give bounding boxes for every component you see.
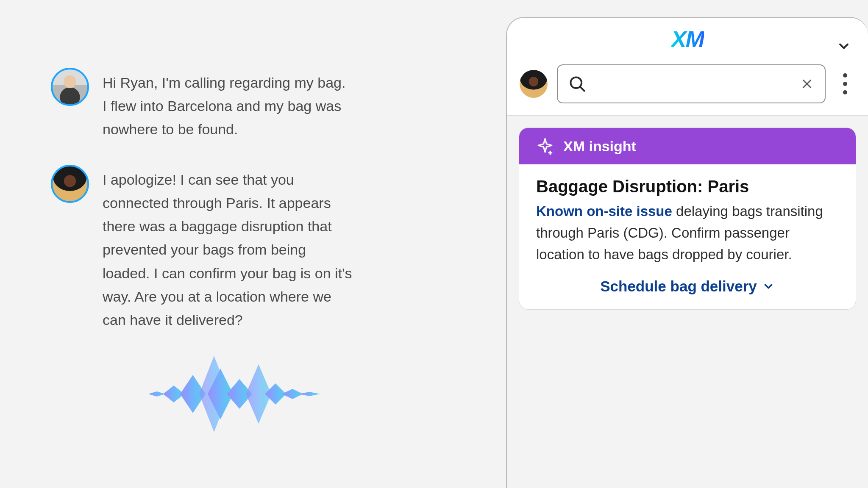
insight-card-header: XM insight <box>519 128 856 164</box>
panel-collapse-button[interactable] <box>834 36 854 56</box>
insight-header-label: XM insight <box>563 138 636 155</box>
clear-search-button[interactable] <box>798 75 815 92</box>
call-transcript: Hi Ryan, I'm calling regarding my bag. I… <box>51 68 373 355</box>
insight-description: Known on-site issue delaying bags transi… <box>536 200 839 265</box>
search-input[interactable] <box>557 64 826 103</box>
search-field-wrap <box>557 64 826 103</box>
schedule-delivery-button[interactable]: Schedule bag delivery <box>536 278 839 295</box>
chevron-down-icon <box>762 280 775 293</box>
kebab-dot <box>843 82 847 86</box>
xm-logo: XM <box>671 26 704 52</box>
agent-avatar-small[interactable] <box>520 70 548 98</box>
panel-body: XM insight Baggage Disruption: Paris Kno… <box>507 116 868 488</box>
schedule-delivery-label: Schedule bag delivery <box>600 278 757 295</box>
customer-avatar <box>51 68 89 106</box>
xm-logo-text: XM <box>671 26 704 52</box>
kebab-dot <box>843 90 847 94</box>
transcript-message: Hi Ryan, I'm calling regarding my bag. I… <box>51 68 373 141</box>
kebab-dot <box>843 73 847 78</box>
search-icon <box>568 75 587 93</box>
insight-card-body: Baggage Disruption: Paris Known on-site … <box>519 164 856 309</box>
known-issue-link[interactable]: Known on-site issue <box>536 203 672 219</box>
sparkle-icon <box>536 137 554 155</box>
agent-avatar <box>51 165 89 203</box>
audio-waveform-icon <box>140 352 326 436</box>
close-icon <box>801 78 813 90</box>
xm-side-panel: XM <box>506 17 868 488</box>
panel-header: XM <box>507 18 868 54</box>
xm-insight-card: XM insight Baggage Disruption: Paris Kno… <box>519 128 856 310</box>
chevron-down-icon <box>836 39 851 54</box>
more-options-button[interactable] <box>835 69 855 99</box>
transcript-text: I apologize! I can see that you connecte… <box>103 165 353 332</box>
transcript-text: Hi Ryan, I'm calling regarding my bag. I… <box>103 68 353 141</box>
svg-line-1 <box>580 87 584 91</box>
transcript-message: I apologize! I can see that you connecte… <box>51 165 373 332</box>
panel-search-row <box>507 54 868 116</box>
insight-title: Baggage Disruption: Paris <box>536 177 839 196</box>
